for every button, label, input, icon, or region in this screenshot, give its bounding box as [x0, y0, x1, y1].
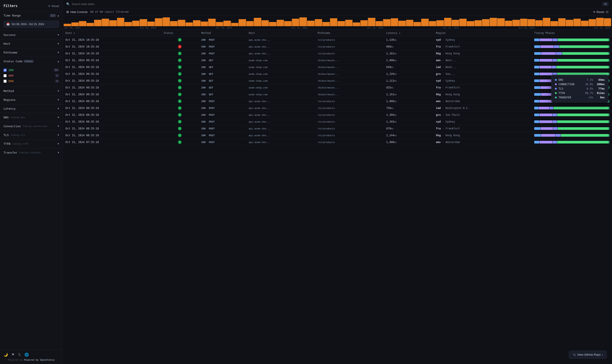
method-verb: POST [209, 52, 215, 55]
pathname-header[interactable]: Pathname ▼ [0, 48, 63, 57]
cell-pathname: /bikes/mount... [315, 57, 383, 64]
table-row[interactable]: Oct 15, 2024 09:35:18✓200 GETacme-shop.c… [63, 91, 612, 98]
timing-segment [534, 100, 540, 103]
cell-date: Oct 15, 2024 08:35:18 [63, 118, 161, 125]
time-range-header[interactable]: Time Range 2 ✕ ▲ [0, 11, 63, 20]
cell-pathname: /v1/products [315, 132, 383, 139]
success-header[interactable]: Success ▼ [0, 31, 63, 39]
status-ok-icon: ✓ [178, 140, 181, 144]
transfer-header[interactable]: Transfer timing.transfer ▼ [0, 148, 63, 157]
search-input[interactable] [72, 2, 601, 6]
sidebar-section-regions: Regions ▼ [0, 95, 63, 104]
cell-latency: 1,366ms [383, 112, 433, 118]
timing-segment [609, 141, 609, 143]
date-range-button[interactable]: 📅 Oct 08, 2024 - Oct 15, 2024 [3, 21, 59, 28]
table-row[interactable]: Oct 15, 2024 08:35:18✓200 POSTapi.acme-s… [63, 105, 612, 112]
table-row[interactable]: Oct 15, 2024 09:35:18✓200 GETacme-shop.c… [63, 71, 612, 78]
histogram-bar [345, 20, 353, 26]
timing-segment [534, 120, 540, 123]
table-row[interactable]: Oct 15, 2024 10:35:18✕500 POSTapi.acme-s… [63, 43, 612, 50]
cell-date: Oct 15, 2024 08:35:18 [63, 105, 161, 112]
cell-host: acme-shop.com [246, 84, 315, 91]
table-row[interactable]: Oct 15, 2024 07:35:18✓200 POSTapi.acme-s… [63, 139, 612, 146]
histogram-bar [102, 19, 109, 26]
cell-timing-phases [531, 125, 612, 132]
sidebar-header: Filters ✕ Reset [0, 0, 63, 11]
table-row[interactable]: Oct 15, 2024 09:35:18✓200 GETacme-shop.c… [63, 57, 612, 64]
method-verb: POST [209, 114, 215, 117]
timing-segment [609, 114, 609, 116]
method-code: 200 [201, 141, 206, 144]
cell-host: api.acme-sho... [246, 37, 315, 43]
cell-method: 200 GET [199, 71, 246, 78]
sidebar-bottom: 🌙 ⚑ 𝕏 🌐 Powered by Powered by OpenStatus [0, 350, 63, 364]
table-row[interactable]: Oct 15, 2024 10:35:18✓200 POSTapi.acme-s… [63, 50, 612, 57]
histogram-bar [155, 18, 162, 26]
table-row[interactable]: Oct 15, 2024 09:35:18✓200 GETacme-shop.c… [63, 64, 612, 71]
regions-header[interactable]: Regions ▼ [0, 95, 63, 104]
col-latency[interactable]: Latency ↕ [383, 30, 433, 37]
timing-segment [534, 107, 539, 109]
histogram-bar [201, 22, 208, 26]
cell-timing-phases [531, 50, 612, 57]
table-row[interactable]: Oct 15, 2024 08:35:18✓200 POSTapi.acme-s… [63, 125, 612, 132]
transfer-label: Transfer [3, 151, 17, 154]
histogram-bar [604, 18, 611, 26]
dns-header[interactable]: DNS timing.dns ▼ [0, 113, 63, 122]
ttfb-header[interactable]: TTFB timing.ttfb ▼ [0, 140, 63, 148]
close-icon: ✕ [593, 10, 596, 14]
status-400-checkbox[interactable] [3, 74, 7, 77]
reset-filters-button[interactable]: ✕ Reset [48, 4, 59, 8]
table-row[interactable]: Oct 15, 2024 08:35:18✓200 POSTapi.acme-s… [63, 118, 612, 125]
histogram-bar [261, 20, 269, 26]
col-date[interactable]: Date ↕ [63, 30, 161, 37]
latency-header[interactable]: Latency ▼ [0, 104, 63, 113]
cell-region: hkg - Hong Kong [433, 132, 531, 139]
timing-segment [540, 120, 552, 123]
histogram-bar [589, 19, 596, 26]
table-row[interactable]: Oct 15, 2024 10:35:18✓200 POSTapi.acme-s… [63, 37, 612, 43]
histogram-bar [558, 18, 566, 26]
histogram-bar [482, 19, 490, 26]
github-repo-button[interactable]: ⌥ View GitHub Repo › [569, 351, 607, 359]
twitter-icon-button[interactable]: 𝕏 [18, 352, 21, 357]
table-row[interactable]: Oct 15, 2024 09:35:18✓200 GETacme-shop.c… [63, 78, 612, 84]
table-row[interactable]: Oct 15, 2024 09:35:18✓200 GETacme-shop.c… [63, 84, 612, 91]
globe-icon-button[interactable]: 🌐 [25, 352, 29, 357]
table-row[interactable]: Oct 15, 2024 08:35:18✓200 POSTapi.acme-s… [63, 132, 612, 139]
histogram-bar [596, 18, 604, 26]
cell-pathname: /v1/products [315, 118, 383, 125]
method-header[interactable]: Method ▼ [0, 87, 63, 95]
status-ok-icon: ✓ [178, 100, 181, 103]
cell-method: 200 GET [199, 78, 246, 84]
timing-segment [555, 134, 561, 137]
histogram-bar [231, 23, 239, 26]
filter-icon-button[interactable]: ⊟ [606, 10, 609, 14]
cell-method: 200 GET [199, 91, 246, 98]
cell-method: 200 POST [199, 50, 246, 57]
histogram-bar [254, 18, 261, 26]
cell-host: api.acme-sho... [246, 139, 315, 146]
method-code: 200 [201, 66, 206, 69]
flag-icon-button[interactable]: ⚑ [12, 352, 14, 357]
status-200-checkbox[interactable] [3, 69, 7, 72]
status-500-checkbox[interactable] [3, 80, 7, 83]
status-ok-icon: ✓ [178, 79, 181, 82]
dns-label: DNS [3, 116, 9, 119]
cell-method: 200 POST [199, 139, 246, 146]
method-verb: POST [209, 134, 215, 137]
connection-header[interactable]: Connection timing.connection ▼ [0, 122, 63, 130]
moon-icon-button[interactable]: 🌙 [3, 352, 8, 357]
method-label: Method [3, 89, 14, 93]
table-row[interactable]: Oct 15, 2024 08:35:18✓200 POSTapi.acme-s… [63, 112, 612, 118]
host-header[interactable]: Host ▼ [0, 39, 63, 48]
tooltip-dot [555, 92, 557, 94]
hide-controls-button[interactable]: ⊞ Hide Controls [66, 10, 88, 14]
table-row[interactable]: Oct 15, 2024 08:35:18✓200 POSTapi.acme-s… [63, 98, 612, 105]
histogram-bars [63, 16, 612, 26]
table-reset-button[interactable]: ✕ Reset [593, 10, 604, 14]
histogram-label: Oct 15, 2024 [594, 27, 610, 29]
status-code-header[interactable]: Status Code status ▲ [0, 57, 63, 65]
tls-header[interactable]: TLS timing.tls ▼ [0, 131, 63, 139]
connection-label: Connection [3, 125, 21, 128]
